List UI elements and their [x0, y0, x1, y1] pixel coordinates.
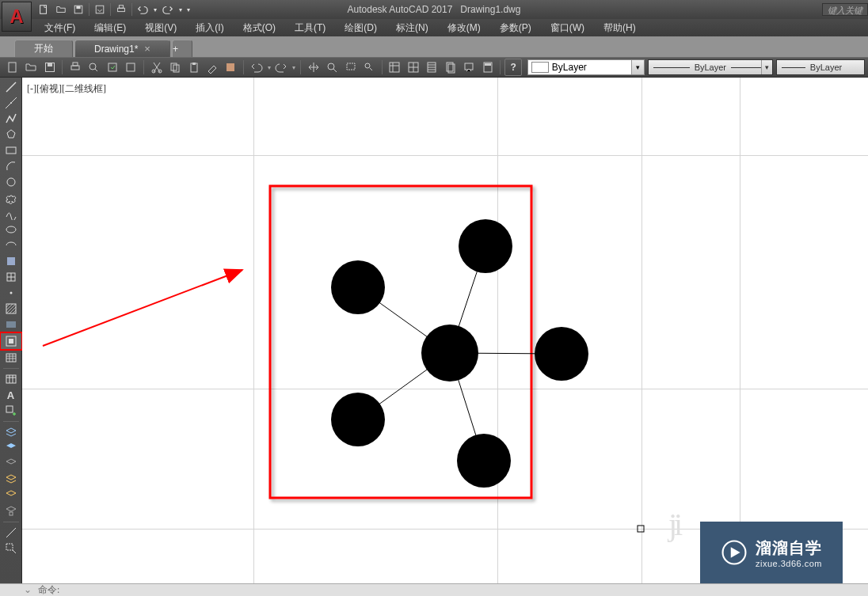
- layer-color-combo[interactable]: ByLayer ▾: [527, 59, 645, 75]
- toolpalette-icon[interactable]: [424, 59, 440, 76]
- qat-dropdown-icon[interactable]: ▾: [185, 2, 192, 17]
- mtext-icon[interactable]: A: [2, 387, 21, 403]
- revcloud-icon[interactable]: [2, 190, 21, 206]
- quickselect-icon[interactable]: [2, 541, 21, 556]
- menu-dimension[interactable]: 标注(N): [386, 19, 438, 37]
- cut-icon[interactable]: [148, 59, 165, 76]
- command-line[interactable]: ⌄ 命令:: [0, 583, 868, 596]
- lineweight-combo[interactable]: ByLayer: [776, 59, 865, 75]
- svg-point-21: [328, 63, 334, 70]
- saveas-icon[interactable]: [91, 2, 108, 17]
- measure-icon[interactable]: [2, 525, 21, 541]
- publish2-icon[interactable]: [123, 59, 139, 76]
- svg-point-58: [459, 219, 512, 273]
- open-icon[interactable]: [52, 2, 70, 17]
- markup-icon[interactable]: [460, 59, 477, 76]
- redo2-dropdown-icon[interactable]: ▾: [291, 64, 297, 71]
- arc-icon[interactable]: [2, 158, 21, 174]
- menu-format[interactable]: 格式(O): [234, 19, 285, 37]
- zoom-icon[interactable]: [323, 59, 340, 76]
- block-icon[interactable]: [223, 59, 239, 76]
- chevron-down-icon[interactable]: ▾: [631, 60, 644, 74]
- zoom-prev-icon[interactable]: [360, 59, 377, 76]
- tab-close-icon[interactable]: ×: [144, 43, 150, 55]
- layer-icon[interactable]: [2, 424, 21, 440]
- help-icon[interactable]: ?: [504, 59, 522, 76]
- properties-icon[interactable]: [386, 59, 403, 76]
- gradient-icon[interactable]: [2, 317, 21, 332]
- ellipse-icon[interactable]: [2, 222, 21, 237]
- polyline-icon[interactable]: [2, 111, 21, 127]
- region-icon[interactable]: [0, 332, 22, 350]
- undo2-dropdown-icon[interactable]: ▾: [266, 64, 272, 71]
- app-logo[interactable]: A: [2, 2, 32, 32]
- print-icon[interactable]: [112, 2, 130, 17]
- insert-block-icon[interactable]: [2, 253, 21, 269]
- point-icon[interactable]: [2, 285, 21, 301]
- tab-new-icon[interactable]: +: [172, 40, 192, 57]
- table-icon[interactable]: [2, 350, 21, 366]
- polygon-icon[interactable]: [2, 127, 21, 142]
- undo2-icon[interactable]: [248, 59, 265, 76]
- circle-icon[interactable]: [2, 174, 21, 190]
- layer-freeze-icon[interactable]: [2, 488, 21, 503]
- menu-insert[interactable]: 插入(I): [186, 19, 233, 37]
- chevron-down-icon[interactable]: ⌄: [24, 584, 32, 596]
- chevron-down-icon[interactable]: ▾: [761, 60, 772, 74]
- zoom-window-icon[interactable]: [342, 59, 359, 76]
- search-input[interactable]: 键入关键: [822, 3, 868, 16]
- linetype-combo[interactable]: ByLayer ▾: [648, 59, 773, 75]
- construction-line-icon[interactable]: [2, 95, 21, 111]
- line-icon[interactable]: [2, 79, 21, 95]
- new-file-icon[interactable]: [4, 59, 21, 76]
- undo-icon[interactable]: [134, 2, 151, 17]
- rectangle-icon[interactable]: [2, 142, 21, 158]
- new-icon[interactable]: [35, 2, 52, 17]
- menu-edit[interactable]: 编辑(E): [85, 19, 135, 37]
- svg-rect-24: [390, 63, 399, 72]
- svg-line-50: [43, 270, 242, 346]
- open-file-icon[interactable]: [22, 59, 39, 76]
- document-tabbar: 开始 Drawing1* × +: [0, 36, 868, 57]
- designcenter-icon[interactable]: [405, 59, 421, 76]
- print-preview-icon[interactable]: [86, 59, 102, 76]
- layer-off-icon[interactable]: [2, 456, 21, 472]
- menu-parametric[interactable]: 参数(P): [490, 19, 541, 37]
- menu-file[interactable]: 文件(F): [35, 19, 85, 37]
- layer-iso-icon[interactable]: [2, 472, 21, 488]
- menu-window[interactable]: 窗口(W): [541, 19, 594, 37]
- layer-lock-icon[interactable]: [2, 503, 21, 519]
- table2-icon[interactable]: [2, 371, 21, 387]
- redo-dropdown-icon[interactable]: ▾: [177, 2, 185, 17]
- drawing-canvas[interactable]: [-][俯视][二维线框]: [22, 78, 868, 583]
- menu-help[interactable]: 帮助(H): [594, 19, 645, 37]
- menu-view[interactable]: 视图(V): [135, 19, 186, 37]
- tab-start[interactable]: 开始: [14, 40, 73, 57]
- publish-icon[interactable]: [104, 59, 120, 76]
- draw-toolbar: A: [0, 78, 22, 583]
- redo2-icon[interactable]: [273, 59, 290, 76]
- print2-icon[interactable]: [67, 59, 83, 76]
- ellipse-arc-icon[interactable]: [2, 237, 21, 253]
- undo-dropdown-icon[interactable]: ▾: [151, 2, 159, 17]
- matchprop-icon[interactable]: [204, 59, 220, 76]
- spline-icon[interactable]: [2, 206, 21, 222]
- menu-draw[interactable]: 绘图(D): [335, 19, 386, 37]
- make-block-icon[interactable]: [2, 269, 21, 285]
- svg-rect-44: [6, 375, 16, 383]
- layer-states-icon[interactable]: [2, 440, 21, 456]
- hatch-icon[interactable]: [2, 301, 21, 317]
- tab-drawing[interactable]: Drawing1* ×: [74, 40, 170, 57]
- paste-icon[interactable]: [185, 59, 202, 76]
- save-icon[interactable]: [70, 2, 87, 17]
- save-file-icon[interactable]: [41, 59, 58, 76]
- pan-icon[interactable]: [305, 59, 322, 76]
- sheetset-icon[interactable]: [442, 59, 459, 76]
- menu-modify[interactable]: 修改(M): [438, 19, 490, 37]
- addselected-icon[interactable]: [2, 403, 21, 419]
- quickcalc-icon[interactable]: [479, 59, 496, 76]
- copy-icon[interactable]: [166, 59, 183, 76]
- standard-toolbar: ▾ ▾ ? ByLayer ▾ ByLayer ▾ ByLayer: [0, 57, 868, 78]
- redo-icon[interactable]: [159, 2, 177, 17]
- menu-tools[interactable]: 工具(T): [285, 19, 335, 37]
